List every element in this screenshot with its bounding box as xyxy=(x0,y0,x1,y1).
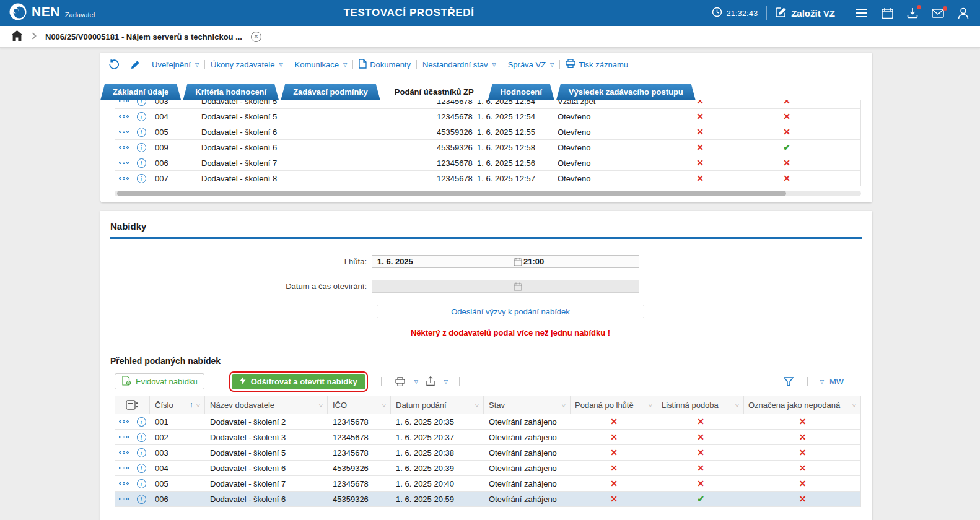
column-header-stav[interactable]: Stav ▽ xyxy=(484,396,571,414)
menu-ukony-zadavatele[interactable]: Úkony zadavatele▽ xyxy=(211,60,283,69)
participant-row[interactable]: i 005 Dodavatel - školení 6 45359326 1. … xyxy=(115,124,860,140)
sort-asc-icon[interactable]: ↑ xyxy=(190,401,193,409)
create-vz-button[interactable]: Založit VZ xyxy=(776,7,835,20)
tab-zadavaci-podminky[interactable]: Zadávací podmínky xyxy=(281,84,380,100)
scrollbar-thumb[interactable] xyxy=(117,191,786,196)
close-icon[interactable]: ✕ xyxy=(251,32,261,42)
menu-nestandardni-stav[interactable]: Nestandardní stav▽ xyxy=(422,60,496,69)
filter-caret-icon[interactable]: ▽ xyxy=(319,402,323,408)
print-table-icon[interactable] xyxy=(393,377,408,386)
row-actions-icon[interactable] xyxy=(115,482,133,485)
divider xyxy=(844,6,844,20)
filter-caret-icon[interactable]: ▽ xyxy=(562,402,566,408)
info-icon[interactable]: i xyxy=(137,128,146,137)
info-icon[interactable]: i xyxy=(137,495,146,504)
row-actions-icon[interactable] xyxy=(115,177,133,180)
deadline-field[interactable]: 1. 6. 2025 21:00 xyxy=(372,255,639,268)
offer-row[interactable]: i 001 Dodavatel - školení 2 12345678 1. … xyxy=(115,414,860,430)
participant-row[interactable]: i 006 Dodavatel - školení 7 12345678 1. … xyxy=(115,155,860,171)
filter-caret-icon[interactable]: ▽ xyxy=(649,402,652,408)
filter-caret-icon[interactable]: ▽ xyxy=(735,402,739,408)
filter-caret-icon[interactable]: ▽ xyxy=(475,402,479,408)
row-actions-icon[interactable] xyxy=(115,467,133,469)
column-settings-button[interactable] xyxy=(115,396,150,414)
tab-podani-ucastniku[interactable]: Podání účastníků ZP xyxy=(382,84,486,100)
menu-sprava-vz[interactable]: Správa VZ▽ xyxy=(508,60,554,69)
calendar-icon[interactable] xyxy=(514,258,522,269)
tab-hodnoceni[interactable]: Hodnocení xyxy=(488,84,554,100)
info-icon[interactable]: i xyxy=(137,433,146,442)
filter-icon[interactable] xyxy=(781,377,796,386)
cell-date: 1. 6. 2025 12:57 xyxy=(477,174,558,183)
offer-row[interactable]: i 005 Dodavatel - školení 7 12345678 1. … xyxy=(115,476,860,492)
tab-kriteria-hodnoceni[interactable]: Kritéria hodnocení xyxy=(183,84,279,100)
caret-down-icon[interactable]: ▽ xyxy=(414,379,418,384)
menu-uverejneni[interactable]: Uveřejnění▽ xyxy=(152,60,199,69)
column-header-nazev[interactable]: Název dodavatele ▽ xyxy=(205,396,328,414)
row-actions-icon[interactable] xyxy=(115,436,133,438)
deadline-date-value[interactable]: 1. 6. 2025 xyxy=(372,257,514,266)
cell-status: Otevřeno xyxy=(558,128,657,137)
cell-number: 007 xyxy=(150,174,201,183)
row-actions-icon[interactable] xyxy=(115,115,133,118)
download-icon[interactable] xyxy=(904,7,921,19)
row-actions-icon[interactable] xyxy=(115,420,133,423)
offer-row-selected[interactable]: i 006 Dodavatel - školení 6 45359326 1. … xyxy=(115,492,860,507)
register-offer-button[interactable]: Evidovat nabídku xyxy=(115,373,204,389)
row-actions-icon[interactable] xyxy=(115,498,133,500)
participant-row[interactable]: i 003 Dodavatel - školení 5 12345678 1. … xyxy=(115,100,860,109)
filter-caret-icon[interactable]: ▽ xyxy=(852,402,856,408)
caret-down-icon[interactable]: ▽ xyxy=(820,379,824,384)
print-record-button[interactable]: Tisk záznamu xyxy=(566,59,628,70)
horizontal-scrollbar[interactable] xyxy=(115,191,861,196)
cell-date: 1. 6. 2025 12:58 xyxy=(477,143,558,152)
breadcrumb-item[interactable]: N006/25/V00005181 - Nájem serverů s tech… xyxy=(45,32,242,41)
info-icon[interactable]: i xyxy=(137,158,146,168)
decrypt-open-offers-button[interactable]: Odšifrovat a otevřít nabídky xyxy=(232,374,365,389)
filter-caret-icon[interactable]: ▽ xyxy=(196,402,200,408)
info-icon[interactable]: i xyxy=(137,417,146,427)
tab-vysledek-postupu[interactable]: Výsledek zadávacího postupu xyxy=(556,84,696,100)
column-header-listinna-podoba[interactable]: Listinná podoba ▽ xyxy=(657,396,744,414)
menu-icon[interactable] xyxy=(853,8,870,18)
participant-row[interactable]: i 009 Dodavatel - školení 6 45359326 1. … xyxy=(115,140,860,155)
user-icon[interactable] xyxy=(955,7,971,19)
participant-row[interactable]: i 004 Dodavatel - školení 5 12345678 1. … xyxy=(115,109,860,124)
row-actions-icon[interactable] xyxy=(115,451,133,454)
info-icon[interactable]: i xyxy=(137,112,146,121)
info-icon[interactable]: i xyxy=(137,100,146,106)
column-header-ico[interactable]: IČO ▽ xyxy=(328,396,391,414)
caret-down-icon[interactable]: ▽ xyxy=(444,379,448,384)
column-header-oznacena-nepodana[interactable]: Označena jako nepodaná ▽ xyxy=(744,396,861,414)
send-invitation-button[interactable]: Odeslání výzvy k podání nabídek xyxy=(377,305,644,318)
nen-logo[interactable]: NEN Zadavatel xyxy=(9,2,95,24)
column-header-cislo[interactable]: Číslo ↑ ▽ xyxy=(150,396,205,414)
home-icon[interactable] xyxy=(11,30,23,43)
offer-row[interactable]: i 004 Dodavatel - školení 6 45359326 1. … xyxy=(115,461,860,476)
row-actions-icon[interactable] xyxy=(115,146,133,149)
offer-row[interactable]: i 002 Dodavatel - školení 3 12345678 1. … xyxy=(115,430,860,445)
edit-button[interactable] xyxy=(131,60,140,69)
info-icon[interactable]: i xyxy=(137,174,146,183)
row-actions-icon[interactable] xyxy=(115,100,133,102)
menu-komunikace[interactable]: Komunikace▽ xyxy=(295,60,348,69)
info-icon[interactable]: i xyxy=(137,448,146,457)
info-icon[interactable]: i xyxy=(137,479,146,488)
row-actions-icon[interactable] xyxy=(115,131,133,133)
notsubmitted-mark: ✕ xyxy=(744,494,861,504)
info-icon[interactable]: i xyxy=(137,464,146,473)
calendar-icon[interactable] xyxy=(879,7,896,19)
offer-row[interactable]: i 003 Dodavatel - školení 5 12345678 1. … xyxy=(115,445,860,461)
column-header-datum[interactable]: Datum podání ▽ xyxy=(391,396,484,414)
column-header-podana-po-lhute[interactable]: Podaná po lhůtě ▽ xyxy=(571,396,657,414)
row-actions-icon[interactable] xyxy=(115,162,133,164)
tab-zakladni-udaje[interactable]: Základní údaje xyxy=(100,84,181,100)
history-button[interactable] xyxy=(109,59,119,69)
export-icon[interactable] xyxy=(424,376,437,386)
menu-dokumenty[interactable]: Dokumenty xyxy=(359,59,411,71)
filter-caret-icon[interactable]: ▽ xyxy=(382,402,386,408)
participant-row[interactable]: i 007 Dodavatel - školení 8 12345678 1. … xyxy=(115,171,860,186)
mail-icon[interactable] xyxy=(929,9,947,18)
saved-view-label[interactable]: MW xyxy=(829,377,844,386)
info-icon[interactable]: i xyxy=(137,143,146,152)
